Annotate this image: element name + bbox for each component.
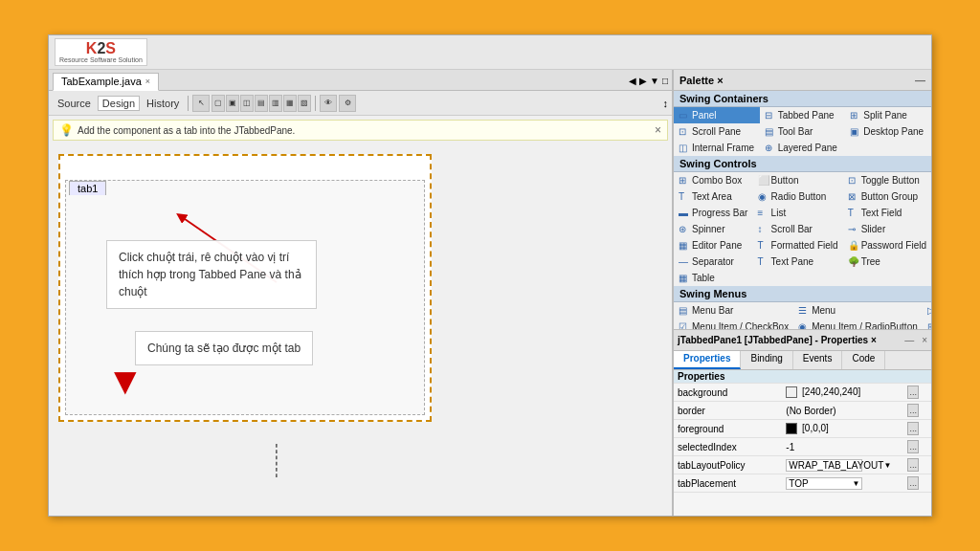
tool6-btn[interactable]: ▦	[283, 95, 297, 112]
text-field-icon: T	[848, 208, 859, 218]
prop-value-foreground[interactable]: [0,0,0]	[782, 420, 903, 438]
palette-item-button-group[interactable]: ⊠ Button Group	[843, 188, 931, 205]
palette-item-layered-pane[interactable]: ⊕ Layered Pane	[760, 140, 846, 156]
palette-item-menu-item-checkbox[interactable]: ☑ Menu Item / CheckBox	[674, 319, 793, 329]
notice-close-btn[interactable]: ×	[655, 123, 661, 137]
tool4-btn[interactable]: ▤	[255, 95, 268, 112]
props-header: jTabbedPane1 [JTabbedPane] - Properties …	[674, 330, 931, 351]
props-tab-binding[interactable]: Binding	[741, 351, 792, 369]
nav-next-icon[interactable]: ▶	[639, 76, 647, 86]
palette-item-table[interactable]: ▦ Table	[674, 270, 753, 286]
prop-value-selected-index[interactable]: -1	[782, 438, 903, 456]
separator-icon: —	[679, 256, 690, 267]
popup-menu-icon: ⊞	[927, 321, 931, 329]
nav-prev-icon[interactable]: ◀	[629, 76, 636, 86]
palette-item-toggle-button[interactable]: ⊡ Toggle Button	[843, 172, 931, 188]
toolbar-sep2	[315, 96, 316, 111]
prop-edit-border[interactable]: …	[907, 404, 919, 417]
palette-item-menu[interactable]: ☰ Menu	[793, 302, 923, 319]
history-tab[interactable]: History	[142, 96, 184, 111]
props-tab-properties[interactable]: Properties	[674, 351, 741, 369]
prop-value-tab-placement[interactable]: TOP ▼	[782, 474, 903, 493]
props-tab-code[interactable]: Code	[842, 351, 885, 369]
props-tab-events[interactable]: Events	[793, 351, 843, 369]
palette-item-password-field[interactable]: 🔒 Password Field	[843, 237, 931, 253]
palette-item-text-area[interactable]: T Text Area	[674, 188, 753, 205]
palette-item-slider[interactable]: ⊸ Slider	[843, 221, 931, 237]
props-title: jTabbedPane1 [JTabbedPane] - Properties …	[678, 335, 897, 345]
palette-item-combo-box[interactable]: ⊞ Combo Box	[674, 172, 753, 188]
palette-item-tool-bar[interactable]: ▤ Tool Bar	[760, 123, 846, 140]
split-pane-icon: ⊞	[850, 110, 861, 121]
palette-item-menu-item-radio[interactable]: ◉ Menu Item / RadioButton	[793, 319, 923, 329]
palette-item-panel[interactable]: ▭ Panel	[674, 107, 760, 123]
palette-item-menu-item[interactable]: ▷ Menu Item	[923, 302, 931, 319]
tab1-label[interactable]: tab1	[69, 181, 106, 195]
notice-icon: 💡	[59, 123, 74, 137]
content-area: TabExample.java × ◀ ▶ ▼ □ Source Design …	[49, 70, 931, 516]
palette-item-menu-bar[interactable]: ▤ Menu Bar	[674, 302, 793, 319]
main-window: K2S Resource Software Solution TabExampl…	[48, 34, 932, 517]
props-minimize-btn[interactable]: ×	[922, 335, 927, 345]
toggle-button-label: Toggle Button	[861, 175, 920, 186]
design-tab[interactable]: Design	[98, 96, 140, 111]
palette-item-editor-pane[interactable]: ▦ Editor Pane	[674, 237, 753, 253]
palette-item-scroll-pane[interactable]: ⊡ Scroll Pane	[674, 123, 760, 140]
tab-layout-policy-dropdown[interactable]: WRAP_TAB_LAYOUT ▼	[786, 459, 862, 472]
prop-value-background[interactable]: [240,240,240]	[782, 384, 903, 402]
source-tab[interactable]: Source	[53, 96, 96, 111]
tool7-btn[interactable]: ▧	[298, 95, 311, 112]
palette-item-scroll-bar[interactable]: ↕ Scroll Bar	[753, 221, 843, 237]
palette-item-spinner[interactable]: ⊛ Spinner	[674, 221, 753, 237]
tab-restore-icon[interactable]: □	[662, 76, 668, 86]
palette-item-text-pane[interactable]: T Text Pane	[753, 253, 843, 270]
prop-edit-tab-placement[interactable]: …	[907, 476, 919, 490]
palette-item-desktop-pane[interactable]: ▣ Desktop Pane	[845, 123, 931, 140]
palette-item-split-pane[interactable]: ⊞ Split Pane	[845, 107, 931, 123]
palette-item-internal-frame[interactable]: ◫ Internal Frame	[674, 140, 760, 156]
palette-item-text-field[interactable]: T Text Field	[843, 205, 931, 221]
prop-edit-background[interactable]: …	[907, 386, 919, 399]
tool1-btn[interactable]: ▢	[212, 95, 225, 112]
palette-scroll[interactable]: Swing Containers ▭ Panel ⊟ Tabbed Pane ⊞	[674, 91, 931, 329]
prop-value-border[interactable]: (No Border)	[782, 402, 903, 420]
palette-item-list[interactable]: ≡ List	[753, 205, 843, 221]
palette-close-btn[interactable]: —	[915, 75, 925, 86]
menu-item-radio-label: Menu Item / RadioButton	[812, 321, 918, 329]
text-area-icon: T	[679, 191, 690, 202]
button-group-label: Button Group	[861, 191, 918, 202]
palette-item-radio-button[interactable]: ◉ Radio Button	[753, 188, 843, 205]
expand-btn[interactable]: ↕	[663, 98, 669, 109]
tab-close-icon[interactable]: ×	[145, 77, 150, 86]
props-close-btn[interactable]: —	[904, 335, 914, 345]
slider-label: Slider	[861, 224, 886, 234]
prop-name-selected-index: selectedIndex	[674, 438, 782, 456]
list-label: List	[771, 208, 787, 218]
config-btn[interactable]: ⚙	[339, 95, 356, 112]
prop-value-tab-layout-policy[interactable]: WRAP_TAB_LAYOUT ▼	[782, 456, 903, 474]
select-tool-btn[interactable]: ↖	[192, 95, 210, 112]
tab-menu-icon[interactable]: ▼	[650, 76, 659, 86]
menu-item-checkbox-label: Menu Item / CheckBox	[692, 321, 789, 329]
tool3-btn[interactable]: ◫	[240, 95, 254, 112]
scroll-bar-label: Scroll Bar	[771, 224, 813, 234]
palette-item-tree[interactable]: 🌳 Tree	[843, 253, 931, 270]
palette-item-progress-bar[interactable]: ▬ Progress Bar	[674, 205, 753, 221]
palette-item-button[interactable]: ⬜ Button	[753, 172, 843, 188]
palette-header: Palette × —	[674, 70, 931, 91]
tool5-btn[interactable]: ▥	[269, 95, 282, 112]
preview-btn[interactable]: 👁	[320, 95, 337, 112]
logo-text: K2S	[86, 41, 116, 56]
file-tab[interactable]: TabExample.java ×	[53, 73, 159, 91]
prop-edit-selected-index[interactable]: …	[907, 440, 919, 453]
tab-placement-dropdown[interactable]: TOP ▼	[786, 477, 862, 490]
palette-item-separator[interactable]: — Separator	[674, 253, 753, 270]
palette-item-formatted-field[interactable]: T Formatted Field	[753, 237, 843, 253]
tool2-btn[interactable]: ▣	[226, 95, 239, 112]
props-table: Properties background [240,240,240] …	[674, 370, 931, 516]
palette-item-tabbed-pane[interactable]: ⊟ Tabbed Pane	[760, 107, 846, 123]
palette-item-popup-menu[interactable]: ⊞ Popup Menu	[923, 319, 931, 329]
prop-edit-tab-layout-policy[interactable]: …	[907, 458, 919, 472]
toolbar-separator	[188, 96, 189, 111]
prop-edit-foreground[interactable]: …	[907, 422, 919, 435]
